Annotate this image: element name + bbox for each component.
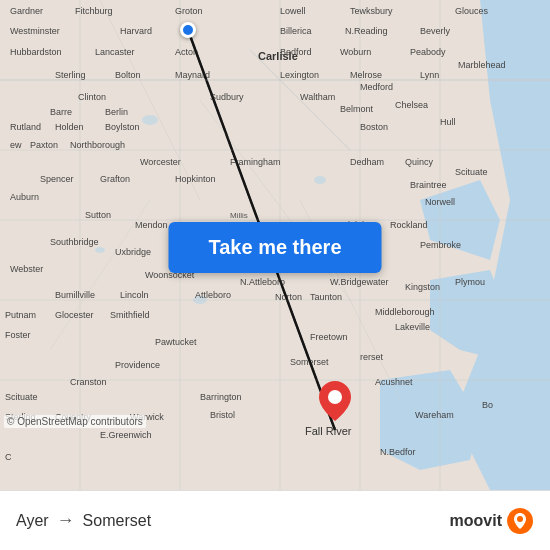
svg-text:Pawtucket: Pawtucket (155, 337, 197, 347)
svg-text:Lowell: Lowell (280, 6, 306, 16)
svg-text:Woburn: Woburn (340, 47, 371, 57)
svg-text:Groton: Groton (175, 6, 203, 16)
svg-text:Barrington: Barrington (200, 392, 242, 402)
map-container: Gardner Fitchburg Groton Lowell Tewksbur… (0, 0, 550, 490)
svg-text:Scituate: Scituate (5, 392, 38, 402)
svg-text:Peabody: Peabody (410, 47, 446, 57)
svg-text:Scituate: Scituate (455, 167, 488, 177)
svg-text:Bumillville: Bumillville (55, 290, 95, 300)
svg-text:Rockland: Rockland (390, 220, 428, 230)
svg-text:Taunton: Taunton (310, 292, 342, 302)
svg-text:Tewksbury: Tewksbury (350, 6, 393, 16)
svg-text:Chelsea: Chelsea (395, 100, 428, 110)
origin-marker (180, 22, 196, 38)
svg-text:Lynn: Lynn (420, 70, 439, 80)
arrow-icon: → (57, 510, 75, 531)
svg-point-123 (517, 516, 523, 522)
moovit-text: moovit (450, 512, 502, 530)
svg-text:Berlin: Berlin (105, 107, 128, 117)
svg-text:Mendon: Mendon (135, 220, 168, 230)
svg-text:Rutland: Rutland (10, 122, 41, 132)
svg-text:Spencer: Spencer (40, 174, 74, 184)
svg-text:Westminster: Westminster (10, 26, 60, 36)
svg-text:Cranston: Cranston (70, 377, 107, 387)
moovit-icon (506, 507, 534, 535)
svg-text:Quincy: Quincy (405, 157, 434, 167)
svg-text:Northborough: Northborough (70, 140, 125, 150)
svg-text:rerset: rerset (360, 352, 384, 362)
svg-text:Millis: Millis (230, 211, 248, 220)
svg-text:Hopkinton: Hopkinton (175, 174, 216, 184)
footer-bar: Ayer → Somerset moovit (0, 490, 550, 550)
svg-text:Gardner: Gardner (10, 6, 43, 16)
svg-text:Lincoln: Lincoln (120, 290, 149, 300)
svg-text:Attleboro: Attleboro (195, 290, 231, 300)
svg-text:Uxbridge: Uxbridge (115, 247, 151, 257)
svg-text:Braintree: Braintree (410, 180, 447, 190)
svg-text:Paxton: Paxton (30, 140, 58, 150)
svg-text:Sterling: Sterling (55, 70, 86, 80)
svg-text:Acushnet: Acushnet (375, 377, 413, 387)
svg-text:Bristol: Bristol (210, 410, 235, 420)
destination-label: Somerset (83, 512, 151, 530)
svg-point-4 (95, 247, 105, 253)
svg-point-2 (314, 176, 326, 184)
moovit-logo[interactable]: moovit (450, 507, 534, 535)
svg-text:Grafton: Grafton (100, 174, 130, 184)
svg-text:Plymou: Plymou (455, 277, 485, 287)
svg-text:Providence: Providence (115, 360, 160, 370)
svg-text:Hubbardston: Hubbardston (10, 47, 62, 57)
svg-text:Holden: Holden (55, 122, 84, 132)
svg-text:Harvard: Harvard (120, 26, 152, 36)
svg-text:Boston: Boston (360, 122, 388, 132)
svg-text:W.Bridgewater: W.Bridgewater (330, 277, 389, 287)
osm-credit: © OpenStreetMap contributors (4, 415, 146, 428)
svg-text:Bolton: Bolton (115, 70, 141, 80)
svg-text:Fitchburg: Fitchburg (75, 6, 113, 16)
svg-text:Fall River: Fall River (305, 425, 352, 437)
svg-text:Webster: Webster (10, 264, 43, 274)
svg-text:Wareham: Wareham (415, 410, 454, 420)
svg-text:Bo: Bo (482, 400, 493, 410)
svg-text:Lakeville: Lakeville (395, 322, 430, 332)
svg-text:Waltham: Waltham (300, 92, 335, 102)
svg-text:C: C (5, 452, 12, 462)
svg-point-1 (142, 115, 158, 125)
svg-text:Norwell: Norwell (425, 197, 455, 207)
svg-text:ew: ew (10, 140, 22, 150)
svg-text:Sudbury: Sudbury (210, 92, 244, 102)
svg-text:Medford: Medford (360, 82, 393, 92)
svg-text:Freetown: Freetown (310, 332, 348, 342)
svg-text:Bedford: Bedford (280, 47, 312, 57)
svg-point-121 (328, 390, 342, 404)
svg-text:Beverly: Beverly (420, 26, 451, 36)
svg-text:Middleborough: Middleborough (375, 307, 435, 317)
svg-text:Hull: Hull (440, 117, 456, 127)
svg-text:Worcester: Worcester (140, 157, 181, 167)
svg-text:Dedham: Dedham (350, 157, 384, 167)
svg-text:Southbridge: Southbridge (50, 237, 99, 247)
svg-text:Melrose: Melrose (350, 70, 382, 80)
svg-text:Foster: Foster (5, 330, 31, 340)
svg-text:Boylston: Boylston (105, 122, 140, 132)
route-info: Ayer → Somerset (16, 510, 151, 531)
svg-text:Lexington: Lexington (280, 70, 319, 80)
svg-text:Marblehead: Marblehead (458, 60, 506, 70)
svg-text:Glocester: Glocester (55, 310, 94, 320)
take-me-there-button[interactable]: Take me there (168, 222, 381, 273)
svg-text:Belmont: Belmont (340, 104, 374, 114)
svg-text:Putnam: Putnam (5, 310, 36, 320)
svg-text:Barre: Barre (50, 107, 72, 117)
svg-text:Clinton: Clinton (78, 92, 106, 102)
svg-text:Auburn: Auburn (10, 192, 39, 202)
svg-text:Norton: Norton (275, 292, 302, 302)
svg-text:N.Bedfor: N.Bedfor (380, 447, 416, 457)
svg-text:Glouces: Glouces (455, 6, 489, 16)
svg-text:Smithfield: Smithfield (110, 310, 150, 320)
svg-text:Lancaster: Lancaster (95, 47, 135, 57)
destination-marker (319, 381, 351, 425)
svg-text:Billerica: Billerica (280, 26, 312, 36)
svg-text:Pembroke: Pembroke (420, 240, 461, 250)
svg-text:N.Reading: N.Reading (345, 26, 388, 36)
origin-label: Ayer (16, 512, 49, 530)
